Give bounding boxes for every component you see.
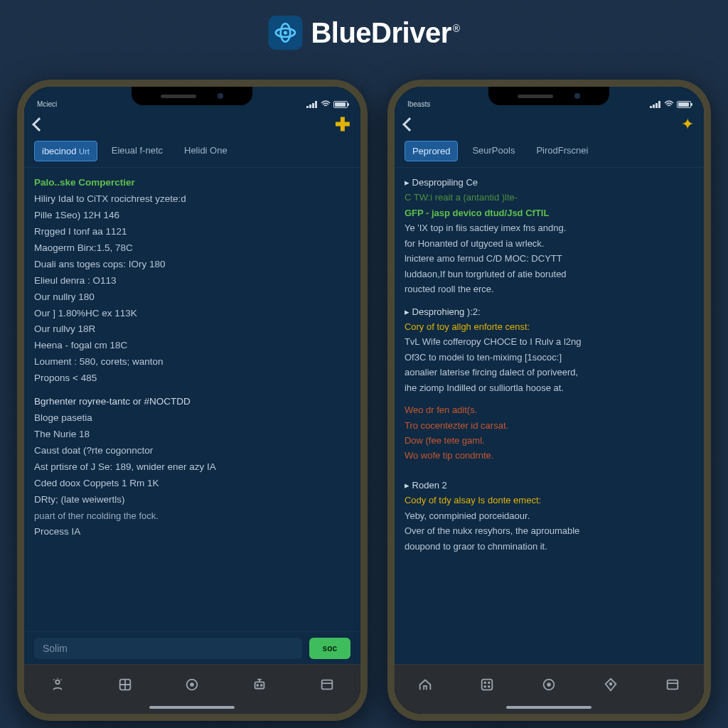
grid-icon[interactable] (115, 675, 135, 695)
line: The Nurie 18 (34, 427, 350, 443)
tab-bar: Peprored SeurPools PirodFrscnei (395, 141, 704, 168)
bottom-tab-bar (24, 664, 360, 704)
error-line: Wo wofe tip condrnte. (405, 448, 694, 463)
line: Maogerm Birx:1.5, 78C (34, 240, 350, 257)
notch (132, 87, 252, 105)
wifi-icon (321, 100, 331, 108)
home-indicator[interactable] (395, 704, 704, 714)
line: Our nullry 180 (34, 289, 350, 306)
home-indicator[interactable] (24, 704, 360, 714)
content-scroll[interactable]: ▸ Despropiling Ce C TW:i reait a (antant… (395, 168, 704, 664)
phone-right: Ibeasts ✦ Peprored SeurPools PirodFrscne… (387, 80, 711, 721)
line: DRty; (late weiwertls) (34, 492, 350, 508)
line: Cded doox Coppets 1 Rm 1K (34, 476, 350, 492)
action-button[interactable]: ✦ (681, 115, 694, 134)
line: Loument : 580, corets; wanton (34, 354, 350, 370)
panel-icon[interactable] (663, 675, 682, 695)
line: Of3C to modei to ten-miximg [1sococ:] (405, 350, 694, 365)
line: Ye 'IX top in fiis sactiey imex fns andn… (405, 220, 694, 235)
line: Duali ans toges cops: IOry 180 (34, 257, 350, 273)
code-line: C TW:i reait a (antantid )lte- (405, 190, 694, 205)
brand-name: BlueDriver® (311, 17, 459, 49)
brand-header: BlueDriver® (268, 16, 459, 50)
line: luddaon,If bun torgrluted of atie borute… (405, 267, 694, 282)
search-input[interactable]: Solim (34, 638, 302, 659)
line: Hiliry Idal to CiTX rocichrest yzete:d (34, 191, 350, 208)
svg-point-17 (485, 685, 486, 687)
svg-point-3 (56, 680, 60, 684)
error-line: Tro cocentezter id carsat. (405, 418, 694, 433)
nav-bar: ✚ (24, 108, 360, 141)
battery-icon (677, 101, 691, 108)
tab-primary[interactable]: Peprored (405, 141, 458, 161)
svg-point-8 (191, 683, 194, 686)
svg-rect-12 (321, 680, 332, 689)
tab-primary[interactable]: ibecinod Urt (34, 141, 97, 161)
warning-line: Cody of tdy alsay Is donte emect: (405, 493, 694, 508)
content-scroll[interactable]: Palo..ske Comperctier Hiliry Idal to CiT… (24, 168, 360, 631)
line: Propons < 485 (34, 370, 350, 387)
svg-point-18 (488, 685, 490, 687)
tab-third[interactable]: Helidi One (177, 141, 235, 161)
line: Heena - fogal cm 18C (34, 338, 350, 354)
battery-icon (333, 101, 348, 108)
line: aonalier laterise fircing dalect of pori… (405, 365, 694, 380)
section-header: Palo..ske Comperctier (34, 175, 350, 191)
line: Bloge pasetia (34, 410, 350, 427)
tab-second[interactable]: Eieual f-netc (105, 141, 170, 161)
carrier-label: Ibeasts (407, 100, 430, 108)
circle-dot-icon[interactable] (539, 675, 559, 695)
diamond-icon[interactable] (601, 675, 621, 695)
line: Over of the nukx resyhors, the aproumabl… (405, 523, 694, 538)
svg-point-11 (261, 685, 262, 686)
svg-point-16 (488, 682, 490, 683)
notch (488, 87, 609, 105)
tab-third[interactable]: PirodFrscnei (529, 141, 595, 161)
line: TvL Wife cofferopy CHOCE to I Rulv a l2n… (405, 334, 694, 349)
add-button[interactable]: ✚ (335, 114, 350, 136)
warning-line: Cory of toy allgh enforte censt: (405, 319, 694, 334)
line: doupond to graor to chnmination it. (405, 539, 694, 554)
line: Elieul denra : O113 (34, 273, 350, 289)
line: Our ] 1.80%HC ex 113K (34, 306, 350, 322)
line: Bgrhenter royree-tantc or #NOCTDD (34, 394, 350, 410)
svg-rect-14 (482, 679, 493, 690)
section-header: ▸ Desprohieng ):2: (405, 304, 694, 319)
bluedriver-logo-icon (268, 16, 302, 50)
svg-point-2 (284, 31, 287, 34)
line: lnictere amo fernud C/D MOC: DCYTT (405, 251, 694, 266)
grid-icon[interactable] (477, 675, 497, 695)
error-line: Dow (fee tete gaml. (405, 433, 694, 448)
line: Ast prtisre of J Se: 189, wnider ener az… (34, 459, 350, 476)
tab-bar: ibecinod Urt Eieual f-netc Helidi One (24, 141, 360, 168)
tab-second[interactable]: SeurPools (465, 141, 522, 161)
panel-icon[interactable] (317, 675, 337, 695)
line: ihe ziomp Indilled or sulliortla hoose a… (405, 380, 694, 395)
section-header: ▸ Despropiling Ce (405, 175, 694, 190)
user-icon[interactable] (48, 675, 68, 695)
section-header: ▸ Roden 2 (405, 478, 694, 493)
line: puart of ther ncolding the fock. (34, 508, 350, 524)
nav-bar: ✦ (395, 108, 704, 141)
svg-point-21 (610, 682, 612, 685)
line: for Honanted of utgyced ia wrleck. (405, 236, 694, 251)
back-button[interactable] (32, 117, 46, 132)
wifi-icon (664, 100, 674, 108)
signal-icon (306, 101, 318, 108)
phone-left: Mcieci ✚ ibecinod Urt Eieual f-netc Heli… (17, 80, 368, 721)
line: Yeby, conmpinied porceidaour. (405, 508, 694, 523)
search-bar: Solim soc (24, 631, 360, 664)
home-icon[interactable] (415, 675, 435, 695)
bottom-tab-bar (395, 664, 704, 704)
line: roucted rooll the erce. (405, 282, 694, 296)
circle-dot-icon[interactable] (182, 675, 202, 695)
line: Pille 1Seo) 12H 146 (34, 208, 350, 224)
svg-point-20 (548, 683, 551, 686)
line: Our rullvy 18R (34, 321, 350, 338)
carrier-label: Mcieci (37, 100, 57, 108)
line: Rrgged I tonf aa 1121 (34, 224, 350, 240)
code-line: GFP - jasp devico dtud/Jsd CfTIL (405, 205, 694, 220)
robot-icon[interactable] (250, 675, 269, 695)
go-button[interactable]: soc (309, 638, 350, 659)
back-button[interactable] (402, 117, 417, 132)
